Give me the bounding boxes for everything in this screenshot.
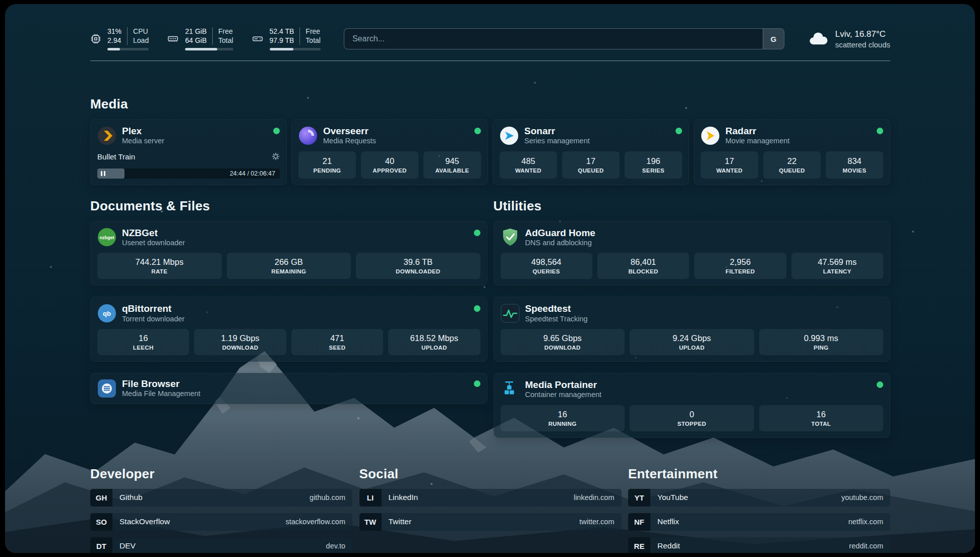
stat-running: 16 RUNNING — [501, 405, 625, 431]
gear-icon[interactable] — [272, 152, 280, 160]
pause-icon[interactable] — [101, 171, 105, 176]
stat-label: AVAILABLE — [435, 168, 469, 174]
twitter-badge: TW — [359, 513, 382, 531]
bookmark-name: LinkedIn — [389, 493, 418, 502]
stat-value: 498,564 — [531, 257, 562, 267]
stat-value: 9.65 Gbps — [543, 333, 582, 343]
cpu-load: 2.94 — [107, 36, 121, 45]
section-media: Media Plex — [90, 96, 890, 185]
stat-value: 834 — [847, 156, 862, 166]
search-input[interactable] — [344, 29, 763, 49]
app-card-speedtest[interactable]: Speedtest Speedtest Tracking 9.65 Gbps D… — [494, 297, 891, 362]
radarr-icon — [701, 126, 720, 145]
section-utilities: Utilities Ad — [494, 198, 891, 438]
documents-title: Documents & Files — [90, 198, 487, 214]
stat-label: SERIES — [642, 168, 664, 174]
ram-bar — [185, 48, 233, 50]
stat-label: QUEUED — [578, 168, 603, 174]
bookmark-netflix[interactable]: NF Netflix netflix.com — [628, 513, 890, 531]
app-card-filebrowser[interactable]: File Browser Media File Management — [90, 373, 487, 404]
stat-queued: 17 QUEUED — [562, 151, 620, 179]
bookmark-url: reddit.com — [849, 542, 883, 550]
stat-filtered: 2,956 FILTERED — [694, 253, 786, 279]
stat-label: PING — [814, 345, 829, 351]
stat-value: 9.24 Gbps — [672, 333, 711, 343]
bookmark-twitter[interactable]: TW Twitter twitter.com — [359, 513, 622, 531]
app-card-sonarr[interactable]: Sonarr Series management 485 WANTED — [493, 119, 689, 185]
playback-time: 24:44 / 02:06:47 — [230, 169, 275, 179]
stat-value: 86,401 — [631, 257, 656, 267]
stat-label: LATENCY — [823, 268, 851, 274]
app-card-qbittorrent[interactable]: qb qBittorrent Torrent downloader — [90, 297, 487, 362]
disk-label-2: Total — [305, 36, 321, 45]
stat-value: 2,956 — [730, 257, 751, 267]
ram-total: 64 GiB — [185, 36, 207, 45]
bookmark-github[interactable]: GH Github github.com — [90, 489, 352, 507]
media-title: Media — [90, 96, 890, 112]
ram-free: 21 GiB — [185, 27, 207, 36]
speedtest-icon — [501, 304, 520, 323]
bookmark-name: YouTube — [657, 493, 688, 502]
app-card-nzbget[interactable]: nzbget NZBGet Usenet downloader 74 — [90, 221, 487, 286]
weather-widget: Lviv, 16.87°C scattered clouds — [808, 29, 890, 49]
stat-label: RATE — [151, 268, 167, 274]
stat-value: 471 — [330, 333, 344, 343]
disk-bar — [270, 48, 321, 50]
bookmark-url: netflix.com — [848, 518, 883, 526]
stat-remaining: 266 GB REMAINING — [227, 253, 351, 279]
app-card-radarr[interactable]: Radarr Movie management 17 WANTED 2 — [694, 119, 890, 185]
bookmark-youtube[interactable]: YT YouTube youtube.com — [628, 489, 890, 507]
bookmark-name: StackOverflow — [119, 517, 170, 526]
bookmark-name: Reddit — [657, 541, 680, 550]
disk-widget: 52.4 TB 97.9 TB Free Total — [252, 27, 321, 50]
bookmark-reddit[interactable]: RE Reddit reddit.com — [628, 537, 890, 553]
portainer-icon — [501, 380, 520, 399]
stat-rate: 744.21 Mbps RATE — [97, 253, 222, 279]
bookmark-linkedin[interactable]: LI LinkedIn linkedin.com — [359, 489, 622, 507]
stat-movies: 834 MOVIES — [826, 151, 883, 179]
stat-value: 40 — [385, 156, 394, 166]
search-engine-button[interactable]: G — [763, 29, 784, 49]
ram-icon — [167, 33, 179, 44]
stat-label: APPROVED — [373, 168, 406, 174]
stat-value: 47.569 ms — [818, 257, 856, 267]
app-subtitle: Media server — [122, 137, 164, 145]
bookmark-dev[interactable]: DT DEV dev.to — [90, 537, 352, 553]
stat-total: 16 TOTAL — [759, 405, 884, 431]
stat-upload: 9.24 Gbps UPLOAD — [630, 329, 754, 355]
section-social: Social LI LinkedIn linkedin.com TW Twitt… — [359, 466, 622, 553]
stat-label: REMAINING — [271, 268, 306, 274]
app-name: Media Portainer — [525, 379, 602, 390]
app-name: File Browser — [122, 378, 201, 389]
app-card-portainer[interactable]: Media Portainer Container management 16 … — [494, 373, 891, 438]
utilities-title: Utilities — [494, 198, 891, 214]
social-title: Social — [359, 466, 622, 482]
app-subtitle: Torrent downloader — [122, 315, 185, 323]
bookmark-name: Netflix — [657, 517, 679, 526]
entertainment-title: Entertainment — [628, 466, 890, 482]
stat-label: DOWNLOAD — [222, 345, 259, 351]
header-divider — [90, 61, 890, 61]
plex-icon — [97, 126, 116, 145]
bookmark-url: stackoverflow.com — [286, 518, 345, 526]
app-card-overseerr[interactable]: Overseerr Media Requests 21 PENDING — [291, 119, 488, 185]
playback-progress-bar[interactable]: 24:44 / 02:06:47 — [97, 169, 280, 179]
stat-value: 744.21 Mbps — [136, 257, 183, 267]
stat-value: 39.6 TB — [404, 257, 433, 267]
app-card-plex[interactable]: Plex Media server Bullet Train — [90, 119, 287, 185]
stat-queries: 498,564 QUERIES — [501, 253, 592, 279]
app-subtitle: Media Requests — [323, 137, 376, 145]
linkedin-badge: LI — [359, 489, 382, 507]
stat-value: 0.993 ms — [804, 333, 838, 343]
stat-label: RUNNING — [548, 421, 577, 427]
svg-text:nzbget: nzbget — [100, 235, 114, 240]
bookmark-stackoverflow[interactable]: SO StackOverflow stackoverflow.com — [90, 513, 352, 531]
stat-label: PENDING — [314, 168, 341, 174]
weather-location-temp: Lviv, 16.87°C — [835, 29, 890, 39]
adguard-icon — [501, 228, 520, 247]
snow-flakes — [5, 4, 6, 5]
stackoverflow-badge: SO — [90, 513, 112, 531]
app-subtitle: Movie management — [725, 137, 789, 145]
stat-value: 16 — [558, 410, 567, 419]
app-card-adguard[interactable]: AdGuard Home DNS and adblocking 498,564 … — [494, 221, 891, 286]
